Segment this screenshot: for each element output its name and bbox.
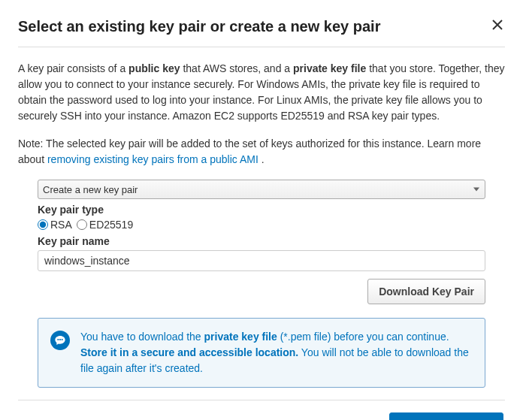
remove-key-pairs-link[interactable]: removing existing key pairs from a publi… [47, 153, 258, 165]
note-text: Note: The selected key pair will be adde… [18, 136, 505, 168]
download-key-pair-button[interactable]: Download Key Pair [367, 279, 485, 304]
info-text: You have to download the private key fil… [80, 329, 473, 376]
key-pair-mode-select-wrap: Create a new key pair [38, 180, 485, 199]
dialog-footer: Cancel Launch Instances [18, 412, 505, 420]
key-pair-dialog: Select an existing key pair or create a … [0, 0, 523, 420]
launch-instances-button[interactable]: Launch Instances [389, 412, 503, 420]
radio-ed25519[interactable]: ED25519 [77, 219, 133, 231]
key-pair-type-label: Key pair type [38, 204, 485, 216]
dialog-header: Select an existing key pair or create a … [18, 17, 505, 36]
dialog-title: Select an existing key pair or create a … [18, 17, 380, 36]
close-icon[interactable] [490, 17, 505, 35]
radio-ed25519-label: ED25519 [89, 219, 133, 231]
radio-rsa[interactable]: RSA [38, 219, 72, 231]
info-box: You have to download the private key fil… [38, 318, 485, 388]
key-pair-name-label: Key pair name [38, 235, 485, 247]
radio-rsa-input[interactable] [38, 219, 48, 230]
chat-icon [50, 331, 70, 350]
footer-divider [18, 400, 505, 400]
key-pair-mode-select[interactable]: Create a new key pair [38, 180, 485, 199]
key-pair-form: Create a new key pair Key pair type RSA … [38, 180, 485, 304]
radio-ed25519-input[interactable] [77, 219, 87, 230]
key-pair-type-radios: RSA ED25519 [38, 219, 485, 231]
radio-rsa-label: RSA [50, 219, 72, 231]
key-pair-name-input[interactable] [38, 250, 485, 271]
intro-text: A key pair consists of a public key that… [18, 61, 505, 124]
header-divider [18, 47, 505, 47]
